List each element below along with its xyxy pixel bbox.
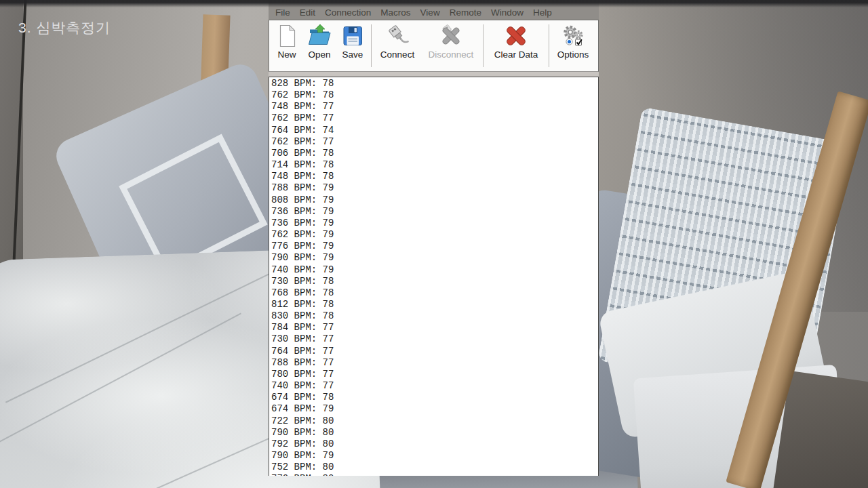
terminal-line: 740 BPM: 79 <box>271 264 598 276</box>
pillow-piping-outline <box>119 134 268 277</box>
new-document-icon <box>275 24 299 48</box>
menu-item[interactable]: Remote <box>445 7 486 18</box>
toolbar: New Open Save <box>269 20 599 72</box>
terminal-line: 830 BPM: 78 <box>271 310 598 322</box>
terminal-line: 790 BPM: 79 <box>271 252 598 264</box>
terminal-line: 828 BPM: 78 <box>271 78 598 89</box>
serial-terminal-window: FileEditConnectionMacrosViewRemoteWindow… <box>269 0 599 476</box>
pillow-striped-right <box>597 107 850 397</box>
connect-button[interactable]: Connect <box>374 20 421 71</box>
terminal-line: 770 BPM: 80 <box>271 473 598 476</box>
open-folder-icon <box>307 24 332 48</box>
terminal-line: 792 BPM: 80 <box>271 439 598 450</box>
duvet-seam <box>0 313 241 448</box>
menu-item[interactable]: Macros <box>376 7 415 18</box>
menu-item[interactable]: Help <box>528 7 557 18</box>
usb-connect-icon <box>385 24 410 48</box>
terminal-line: 740 BPM: 77 <box>271 380 598 392</box>
terminal-line: 764 BPM: 77 <box>271 346 598 357</box>
floor-shadow-right <box>771 371 868 488</box>
terminal-line: 808 BPM: 79 <box>271 195 598 206</box>
terminal-line: 762 BPM: 79 <box>271 229 598 241</box>
clear-data-button-label: Clear Data <box>494 49 538 60</box>
terminal-line: 730 BPM: 78 <box>271 276 598 287</box>
terminal-line: 762 BPM: 77 <box>271 136 598 148</box>
clear-data-button[interactable]: Clear Data <box>486 20 547 71</box>
options-button-label: Options <box>557 49 589 60</box>
terminal-line: 762 BPM: 78 <box>271 89 598 101</box>
terminal-line: 752 BPM: 80 <box>271 462 598 473</box>
terminal-line: 768 BPM: 78 <box>271 287 598 299</box>
pillow-white-right <box>598 270 831 439</box>
clear-data-x-icon <box>504 24 528 48</box>
terminal-line: 784 BPM: 77 <box>271 322 598 333</box>
menu-item[interactable]: Connection <box>320 7 376 18</box>
bed-frame-post-left <box>198 14 230 154</box>
mirror <box>0 0 23 407</box>
disconnect-button-label: Disconnect <box>429 49 474 60</box>
terminal-line: 764 BPM: 74 <box>271 125 598 136</box>
wall-shadow <box>556 0 868 312</box>
terminal-line: 714 BPM: 78 <box>271 159 598 171</box>
terminal-line: 780 BPM: 77 <box>271 369 598 380</box>
terminal-line: 706 BPM: 78 <box>271 148 598 159</box>
terminal-line: 788 BPM: 77 <box>271 357 598 369</box>
new-button-label: New <box>277 49 296 60</box>
terminal-output[interactable]: 828 BPM: 78762 BPM: 78748 BPM: 77762 BPM… <box>269 77 599 476</box>
top-shadow-band <box>0 0 868 7</box>
menu-item[interactable]: Window <box>486 7 528 18</box>
open-button[interactable]: Open <box>302 20 336 71</box>
toolbar-separator <box>371 24 372 67</box>
slide: 3. 심박측정기 FileEditConnectionMacrosViewRem… <box>0 0 868 488</box>
open-button-label: Open <box>308 49 330 60</box>
menu-item[interactable]: Edit <box>295 7 320 18</box>
terminal-line: 736 BPM: 79 <box>271 218 598 229</box>
save-button-label: Save <box>342 49 363 60</box>
terminal-line: 730 BPM: 77 <box>271 333 598 345</box>
mattress-right <box>633 365 846 488</box>
page-title: 3. 심박측정기 <box>18 18 111 37</box>
terminal-line: 748 BPM: 78 <box>271 171 598 182</box>
save-floppy-icon <box>340 24 365 48</box>
terminal-line: 748 BPM: 77 <box>271 101 598 113</box>
terminal-line: 674 BPM: 78 <box>271 392 598 403</box>
save-button[interactable]: Save <box>336 20 369 71</box>
options-gears-icon <box>561 24 585 48</box>
usb-disconnect-icon <box>439 24 463 48</box>
terminal-line: 776 BPM: 79 <box>271 241 598 252</box>
menu-item[interactable]: File <box>271 7 295 18</box>
bed-frame-beam-right <box>726 91 868 488</box>
terminal-line: 788 BPM: 79 <box>271 182 598 194</box>
toolbar-separator <box>483 24 484 67</box>
menu-item[interactable]: View <box>416 7 445 18</box>
terminal-line: 736 BPM: 79 <box>271 206 598 218</box>
terminal-line: 762 BPM: 77 <box>271 113 598 124</box>
new-button[interactable]: New <box>271 20 302 71</box>
terminal-line: 790 BPM: 79 <box>271 450 598 462</box>
connect-button-label: Connect <box>380 49 414 60</box>
mirror-frame <box>5 0 27 426</box>
terminal-line: 674 BPM: 79 <box>271 403 598 415</box>
terminal-line: 722 BPM: 80 <box>271 415 598 427</box>
options-button[interactable]: Options <box>551 20 595 71</box>
terminal-line: 812 BPM: 78 <box>271 299 598 310</box>
toolbar-separator <box>549 24 549 67</box>
terminal-line: 790 BPM: 80 <box>271 427 598 439</box>
disconnect-button[interactable]: Disconnect <box>421 20 481 71</box>
